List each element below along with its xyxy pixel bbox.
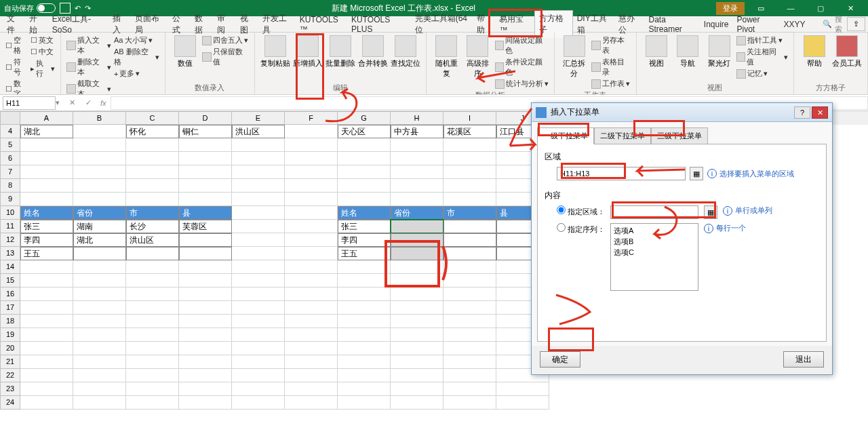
btn-help[interactable]: 帮助 bbox=[800, 35, 829, 68]
cell-A16[interactable] bbox=[20, 288, 73, 301]
cell-C8[interactable] bbox=[126, 179, 179, 193]
cell-D13[interactable] bbox=[179, 247, 232, 260]
chk-chinese[interactable]: ☐ 中文 bbox=[31, 47, 56, 57]
cell-I23[interactable] bbox=[443, 382, 496, 396]
cell-C12[interactable]: 洪山区 bbox=[126, 233, 179, 247]
cell-I10[interactable]: 市 bbox=[443, 206, 496, 220]
chk-symbol[interactable]: ☐ 符号 bbox=[5, 57, 28, 77]
cell-D5[interactable] bbox=[179, 138, 232, 152]
cell-I11[interactable] bbox=[443, 220, 496, 233]
cells-grid[interactable]: 湖北怀化铜仁洪山区天心区中方县花溪区江口县姓名省份市县姓名省份市县张三湖南长沙芙… bbox=[20, 125, 549, 410]
radio-range[interactable]: 指定区域： bbox=[557, 205, 605, 217]
cell-I24[interactable] bbox=[443, 396, 496, 410]
cell-D8[interactable] bbox=[179, 179, 232, 193]
btn-memory[interactable]: 记忆 ▾ bbox=[736, 68, 788, 79]
cell-B19[interactable] bbox=[73, 328, 126, 342]
cell-E14[interactable] bbox=[232, 260, 285, 274]
btn-interval-color[interactable]: 间隔设定颜色 bbox=[495, 35, 549, 56]
cell-A7[interactable] bbox=[20, 165, 73, 179]
cell-D4[interactable]: 铜仁 bbox=[179, 125, 232, 138]
cell-H12[interactable] bbox=[391, 233, 443, 247]
cell-F6[interactable] bbox=[285, 152, 338, 165]
row-header-13[interactable]: 13 bbox=[0, 247, 20, 260]
cell-H14[interactable] bbox=[391, 260, 443, 274]
cell-G13[interactable]: 王五 bbox=[338, 247, 391, 260]
cell-F15[interactable] bbox=[285, 274, 338, 288]
btn-split[interactable]: 汇总拆分 bbox=[560, 35, 589, 79]
cell-D9[interactable] bbox=[179, 193, 232, 206]
btn-same[interactable]: 关注相同值 ▾ bbox=[736, 47, 788, 67]
cell-G21[interactable] bbox=[338, 355, 391, 369]
cell-C7[interactable] bbox=[126, 165, 179, 179]
cell-J23[interactable] bbox=[496, 382, 549, 396]
cell-C18[interactable] bbox=[126, 315, 179, 328]
cell-H7[interactable] bbox=[391, 165, 443, 179]
cell-A8[interactable] bbox=[20, 179, 73, 193]
cell-G4[interactable]: 天心区 bbox=[338, 125, 391, 138]
btn-saveas[interactable]: 另存本表 bbox=[591, 35, 631, 56]
btn-ins-text[interactable]: 插入文本 ▾ bbox=[66, 35, 111, 56]
cell-G22[interactable] bbox=[338, 369, 391, 382]
cell-A4[interactable]: 湖北 bbox=[20, 125, 73, 138]
tab-level2[interactable]: 二级下拉菜单 bbox=[594, 127, 651, 144]
name-box[interactable]: H11 bbox=[3, 96, 56, 110]
chk-english[interactable]: ☐ 英文 bbox=[31, 35, 56, 45]
cell-C14[interactable] bbox=[126, 260, 179, 274]
cell-B20[interactable] bbox=[73, 342, 126, 355]
row-header-21[interactable]: 21 bbox=[0, 355, 20, 369]
cell-F5[interactable] bbox=[285, 138, 338, 152]
cell-D7[interactable] bbox=[179, 165, 232, 179]
cell-C19[interactable] bbox=[126, 328, 179, 342]
dialog-help-button[interactable]: ? bbox=[794, 106, 810, 119]
chk-number[interactable]: ☐ 数字 bbox=[5, 79, 28, 95]
cell-D14[interactable] bbox=[179, 260, 232, 274]
tab-level3[interactable]: 三级下拉菜单 bbox=[651, 127, 708, 144]
row-header-19[interactable]: 19 bbox=[0, 328, 20, 342]
cell-C16[interactable] bbox=[126, 288, 179, 301]
cell-F8[interactable] bbox=[285, 179, 338, 193]
cell-F18[interactable] bbox=[285, 315, 338, 328]
cell-C11[interactable]: 长沙 bbox=[126, 220, 179, 233]
cell-F17[interactable] bbox=[285, 301, 338, 315]
cell-I15[interactable] bbox=[443, 274, 496, 288]
btn-stats[interactable]: 统计与分析 ▾ bbox=[495, 79, 549, 89]
cell-F20[interactable] bbox=[285, 342, 338, 355]
btn-member[interactable]: 会员工具 bbox=[832, 35, 862, 68]
btn-cond-color[interactable]: 条件设定颜色 bbox=[495, 57, 549, 77]
cell-C23[interactable] bbox=[126, 382, 179, 396]
row-header-23[interactable]: 23 bbox=[0, 382, 20, 396]
cell-B16[interactable] bbox=[73, 288, 126, 301]
cell-I20[interactable] bbox=[443, 342, 496, 355]
cell-F9[interactable] bbox=[285, 193, 338, 206]
cell-C9[interactable] bbox=[126, 193, 179, 206]
cell-G17[interactable] bbox=[338, 301, 391, 315]
col-header-E[interactable]: E bbox=[232, 111, 285, 125]
cell-C21[interactable] bbox=[126, 355, 179, 369]
col-header-H[interactable]: H bbox=[391, 111, 443, 125]
cell-B23[interactable] bbox=[73, 382, 126, 396]
menu-inquire[interactable]: Inquire bbox=[700, 18, 733, 31]
cell-A11[interactable]: 张三 bbox=[20, 220, 73, 233]
btn-copy-paste[interactable]: 复制粘贴 bbox=[260, 35, 290, 68]
cell-E20[interactable] bbox=[232, 342, 285, 355]
cell-E15[interactable] bbox=[232, 274, 285, 288]
cell-C15[interactable] bbox=[126, 274, 179, 288]
exit-button[interactable]: 退出 bbox=[783, 351, 824, 368]
cell-E6[interactable] bbox=[232, 152, 285, 165]
cell-A20[interactable] bbox=[20, 342, 73, 355]
range-picker-button[interactable]: ▦ bbox=[690, 167, 703, 180]
cell-B12[interactable]: 湖北 bbox=[73, 233, 126, 247]
row-header-9[interactable]: 9 bbox=[0, 193, 20, 206]
area-input[interactable] bbox=[557, 167, 686, 180]
cell-B24[interactable] bbox=[73, 396, 126, 410]
cell-G10[interactable]: 姓名 bbox=[338, 206, 391, 220]
cell-C6[interactable] bbox=[126, 152, 179, 165]
cell-E12[interactable] bbox=[232, 233, 285, 247]
cell-H8[interactable] bbox=[391, 179, 443, 193]
cell-G8[interactable] bbox=[338, 179, 391, 193]
row-header-15[interactable]: 15 bbox=[0, 274, 20, 288]
cell-G18[interactable] bbox=[338, 315, 391, 328]
row-header-6[interactable]: 6 bbox=[0, 152, 20, 165]
cell-J24[interactable] bbox=[496, 396, 549, 410]
cell-D23[interactable] bbox=[179, 382, 232, 396]
